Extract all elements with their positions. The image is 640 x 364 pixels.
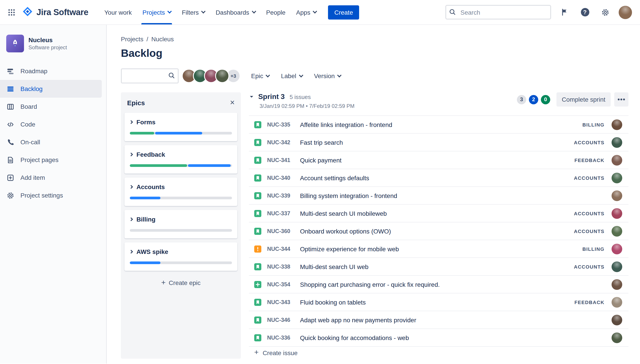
sidebar-item[interactable]: Roadmap (0, 62, 102, 80)
issue-summary: Multi-dest search UI web (300, 263, 569, 270)
assignee-avatar[interactable] (611, 208, 622, 218)
global-search (445, 5, 551, 20)
epic-progress-bar (130, 164, 232, 167)
issue-row[interactable]: NUC-354 Shopping cart purchasing error -… (249, 276, 628, 294)
chevron-down-icon (313, 9, 317, 14)
user-avatar[interactable] (619, 6, 632, 19)
epic-name: AWS spike (136, 248, 168, 255)
issue-type-icon (254, 263, 261, 270)
assignee-avatar[interactable] (611, 137, 622, 148)
create-issue-button[interactable]: + Create issue (249, 347, 628, 359)
assignee-avatar[interactable] (611, 261, 622, 272)
issue-row[interactable]: NUC-344 Optimize experience for mobile w… (249, 240, 628, 258)
sidebar-item-icon (6, 85, 14, 93)
assignee-avatar[interactable] (611, 332, 622, 343)
filter-dropdown[interactable]: Version (314, 72, 341, 80)
chevron-down-icon[interactable] (249, 93, 254, 101)
sidebar-item[interactable]: On-call (0, 133, 102, 151)
epic-progress-bar (130, 197, 232, 199)
issue-row[interactable]: NUC-335 Affelite links integration - fro… (249, 116, 628, 134)
sprint-name: Sprint 3 (258, 93, 285, 101)
sidebar-item-label: Project settings (21, 192, 63, 199)
epic-progress-bar (130, 262, 232, 264)
filter-dropdown[interactable]: Label (281, 72, 302, 80)
assignee-avatar[interactable] (611, 279, 622, 290)
filter-bar: +3 Epic Label Version (121, 68, 628, 84)
chevron-right-icon (129, 120, 133, 124)
issue-row[interactable]: NUC-343 Fluid booking on tablets FEEDBAC… (249, 294, 628, 311)
nav-item[interactable]: Projects (137, 0, 176, 24)
issue-row[interactable]: NUC-346 Adapt web app no new payments pr… (249, 311, 628, 329)
sidebar-item[interactable]: Code (0, 116, 102, 133)
epic-card[interactable]: Accounts (124, 178, 237, 206)
issue-row[interactable]: NUC-339 Billing system integration - fro… (249, 187, 628, 205)
issue-type-icon (254, 245, 261, 252)
breadcrumb-projects[interactable]: Projects (121, 36, 143, 42)
settings-icon[interactable] (598, 5, 612, 19)
issue-row[interactable]: NUC-338 Multi-dest search UI web ACCOUNT… (249, 258, 628, 276)
chevron-down-icon (201, 9, 205, 14)
epic-card[interactable]: Forms (124, 113, 237, 141)
member-avatar[interactable] (215, 69, 229, 83)
announcement-icon[interactable] (557, 5, 572, 19)
complete-sprint-button[interactable]: Complete sprint (556, 92, 611, 106)
issue-row[interactable]: NUC-342 Fast trip search ACCOUNTS (249, 134, 628, 151)
issue-key: NUC-342 (267, 139, 296, 146)
epic-name: Forms (136, 118, 155, 126)
nav-item[interactable]: People (261, 0, 291, 24)
epic-card[interactable]: Feedback (124, 145, 237, 174)
issue-type-icon (254, 174, 261, 181)
sidebar-item[interactable]: Project pages (0, 151, 102, 169)
epics-panel-title: Epics (127, 99, 145, 106)
epic-card[interactable]: Billing (124, 210, 237, 238)
nav-item[interactable]: Dashboards (210, 0, 261, 24)
help-icon[interactable]: ? (578, 5, 592, 19)
sidebar-item[interactable]: Project settings (0, 186, 102, 204)
plus-icon: + (161, 278, 165, 286)
assignee-avatar[interactable] (611, 155, 622, 165)
nav-item-label: People (266, 9, 285, 16)
sidebar-item[interactable]: Backlog (0, 80, 102, 98)
nav-item[interactable]: Filters (176, 0, 210, 24)
issue-summary: Quick payment (300, 156, 569, 164)
issue-row[interactable]: NUC-360 Onboard workout options (OWO) AC… (249, 222, 628, 240)
create-epic-button[interactable]: + Create epic (124, 275, 237, 290)
sidebar-item[interactable]: Board (0, 98, 102, 116)
rocket-icon (6, 34, 24, 52)
search-input[interactable] (445, 5, 551, 20)
sidebar-item[interactable]: Add item (0, 169, 102, 186)
nav-item[interactable]: Your work (99, 0, 137, 24)
sidebar-item-label: Add item (21, 174, 45, 181)
jira-brand[interactable]: Jira Software (20, 6, 91, 18)
top-navbar: Jira Software Your work Projects Filters… (0, 0, 640, 25)
search-icon (449, 8, 456, 17)
issue-row[interactable]: NUC-337 Multi-dest search UI mobileweb A… (249, 205, 628, 222)
epics-panel: Epics × Forms (121, 92, 241, 359)
sprint-title-row[interactable]: Sprint 3 5 issues (249, 92, 354, 101)
more-actions-icon[interactable] (614, 92, 628, 106)
app-switcher-icon[interactable] (5, 5, 19, 19)
create-button[interactable]: Create (328, 5, 359, 19)
assignee-avatar[interactable] (611, 244, 622, 254)
project-sidebar: Nucleus Software project Roadmap Backlog… (0, 25, 107, 364)
sidebar-item-icon (6, 120, 14, 128)
issue-row[interactable]: NUC-341 Quick payment FEEDBACK (249, 151, 628, 169)
project-header[interactable]: Nucleus Software project (0, 34, 106, 52)
assignee-avatar[interactable] (611, 297, 622, 308)
issue-epic-label: FEEDBACK (574, 300, 604, 305)
epic-card[interactable]: AWS spike (124, 242, 237, 271)
epic-name: Feedback (136, 151, 165, 158)
assignee-avatar[interactable] (611, 314, 622, 325)
issue-row[interactable]: NUC-340 Account settings defaults ACCOUN… (249, 169, 628, 187)
breadcrumb-nucleus[interactable]: Nucleus (151, 36, 174, 42)
issue-row[interactable]: NUC-336 Quick booking for accomodations … (249, 329, 628, 347)
nav-item[interactable]: Apps (291, 0, 322, 24)
assignee-avatar[interactable] (611, 119, 622, 130)
close-icon[interactable]: × (230, 98, 235, 106)
assignee-avatar[interactable] (611, 226, 622, 236)
assignee-avatar[interactable] (611, 190, 622, 201)
filter-dropdown[interactable]: Epic (251, 72, 269, 80)
assignee-avatar[interactable] (611, 172, 622, 183)
issue-type-icon (254, 139, 261, 146)
chevron-right-icon (129, 185, 133, 189)
